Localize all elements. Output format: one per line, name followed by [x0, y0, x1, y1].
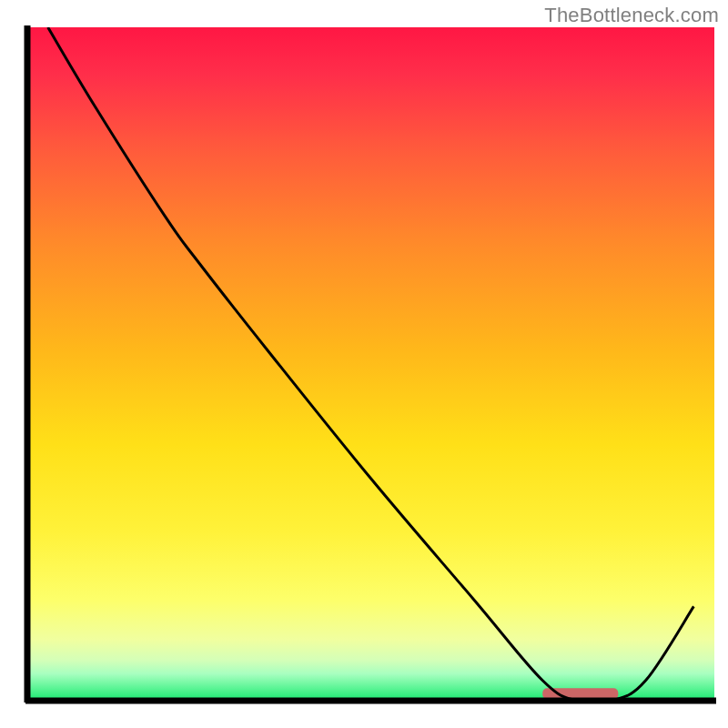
bottleneck-chart [0, 0, 728, 728]
watermark-text: TheBottleneck.com [544, 4, 719, 27]
chart-container: { "watermark": "TheBottleneck.com", "cha… [0, 0, 728, 728]
plot-background [27, 27, 714, 701]
